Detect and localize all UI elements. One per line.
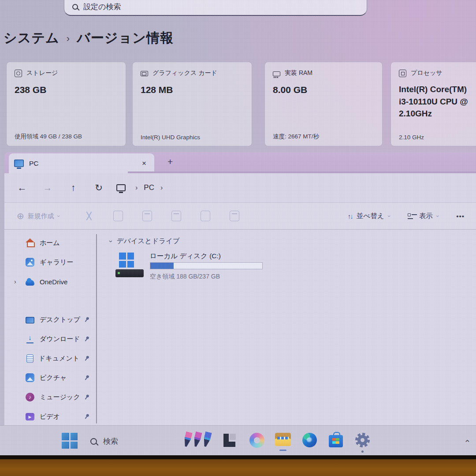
search-icon: [90, 438, 97, 445]
sort-icon: ↑↓: [348, 212, 353, 220]
sidebar-item-videos[interactable]: ▶ ビデオ: [4, 407, 95, 426]
brush-icon: [202, 431, 212, 448]
ram-card-value: 8.00 GB: [273, 83, 374, 97]
paste-icon[interactable]: [142, 211, 152, 221]
local-disk-icon[interactable]: [115, 253, 145, 277]
pin-icon: [83, 413, 90, 420]
processor-card-value: Intel(R) Core(TM) i3-10110U CPU @ 2.10GH…: [399, 83, 474, 120]
explorer-content: › デバイスとドライブ ローカル ディスク (C:) 空き領域 188 GB/2…: [103, 230, 476, 425]
paint-brushes-app-button[interactable]: [184, 432, 210, 447]
storage-card-label: ストレージ: [26, 69, 58, 77]
sidebar-item-onedrive[interactable]: › OneDrive: [4, 272, 95, 291]
home-icon: [26, 238, 34, 247]
view-label: 表示: [419, 212, 433, 221]
sidebar-item-gallery[interactable]: ギャラリー: [4, 253, 95, 272]
settings-search-placeholder: 設定の検索: [83, 2, 121, 12]
explorer-tabstrip: PC × +: [4, 152, 476, 173]
share-icon[interactable]: [201, 211, 210, 221]
storage-card: ストレージ 238 GB 使用領域 49 GB / 238 GB: [6, 62, 126, 146]
breadcrumb-pc[interactable]: PC: [144, 183, 154, 192]
forward-button[interactable]: →: [38, 182, 57, 193]
graphics-card-detail: Intel(R) UHD Graphics: [141, 134, 200, 141]
processor-icon: [399, 70, 406, 77]
new-button-label: 新規作成: [28, 212, 54, 220]
collapse-chevron-icon[interactable]: ›: [108, 240, 115, 242]
sort-button[interactable]: ↑↓ 並べ替え ›: [348, 212, 390, 221]
new-plus-icon: ⊕: [17, 211, 24, 221]
devices-and-drives-header[interactable]: › デバイスとドライブ: [110, 237, 180, 246]
storage-card-detail: 使用領域 49 GB / 238 GB: [15, 133, 82, 141]
sidebar-item-desktop[interactable]: デスクトップ: [4, 310, 95, 329]
ram-card-label: 実装 RAM: [285, 69, 312, 77]
sidebar-item-music[interactable]: ♪ ミュージック: [4, 387, 95, 407]
music-icon: ♪: [26, 393, 34, 402]
sidebar-divider[interactable]: [96, 234, 97, 424]
start-button[interactable]: [62, 433, 78, 449]
copy-icon[interactable]: [113, 211, 123, 221]
file-explorer-button[interactable]: [275, 433, 291, 446]
settings-search-box[interactable]: 設定の検索: [64, 0, 367, 16]
downloads-icon: ↓: [26, 335, 34, 343]
about-spec-cards: ストレージ 238 GB 使用領域 49 GB / 238 GB グラフィックス…: [0, 62, 476, 146]
brush-icon: [182, 431, 193, 448]
windows-logo-icon: [119, 253, 134, 268]
tray-overflow-chevron-icon[interactable]: ›: [462, 440, 472, 443]
chevron-right-icon: ›: [160, 184, 163, 192]
expand-chevron-icon[interactable]: ›: [14, 278, 16, 285]
chevron-down-icon: ›: [55, 215, 62, 217]
pictures-icon: [26, 373, 34, 382]
ram-card: 実装 RAM 8.00 GB 速度: 2667 MT/秒: [264, 62, 383, 146]
drive-name[interactable]: ローカル ディスク (C:): [150, 252, 221, 261]
chevron-down-icon: ›: [386, 215, 392, 217]
explorer-toolbar: ⊕ 新規作成 › ↑↓ 並べ替え ›: [4, 202, 476, 230]
back-button[interactable]: ←: [12, 182, 32, 193]
monitor-bezel: [0, 455, 476, 459]
refresh-button[interactable]: ↻: [89, 182, 108, 193]
pin-icon: [83, 335, 90, 342]
videos-icon: ▶: [26, 413, 34, 420]
sidebar-item-downloads[interactable]: ↓ ダウンロード: [4, 329, 95, 349]
pin-icon: [83, 374, 90, 381]
new-tab-button[interactable]: +: [163, 156, 177, 168]
taskbar-search-label: 検索: [103, 436, 118, 446]
microsoft-store-button[interactable]: [329, 432, 343, 448]
settings-button[interactable]: [355, 433, 370, 447]
view-icon: [408, 213, 415, 219]
storage-icon: [15, 70, 22, 77]
desktop-icon: [26, 317, 34, 324]
tab-close-icon[interactable]: ×: [139, 158, 149, 169]
copilot-button[interactable]: [249, 433, 264, 448]
processor-card-label: プロセッサ: [411, 69, 443, 77]
graphics-card: グラフィックス カード 128 MB Intel(R) UHD Graphics: [132, 62, 252, 146]
pin-icon: [83, 316, 90, 323]
sidebar-item-documents[interactable]: ドキュメント: [4, 349, 95, 368]
new-button[interactable]: ⊕ 新規作成 ›: [17, 211, 60, 221]
sidebar-item-home[interactable]: ホーム: [4, 233, 95, 253]
edge-browser-button[interactable]: [302, 433, 317, 447]
photo-of-screen: 設定の検索 システム › バージョン情報 ストレージ 238 GB 使用領域 4…: [0, 0, 476, 476]
cut-icon[interactable]: [84, 211, 94, 221]
breadcrumb-system[interactable]: システム: [4, 29, 60, 47]
delete-icon[interactable]: [230, 211, 239, 221]
processor-card: プロセッサ Intel(R) Core(TM) i3-10110U CPU @ …: [390, 62, 476, 146]
up-button[interactable]: ↑: [63, 182, 83, 193]
tab-title: PC: [29, 160, 134, 167]
tab-pc[interactable]: PC ×: [9, 153, 154, 173]
more-options-button[interactable]: •••: [456, 212, 465, 220]
section-title: デバイスとドライブ: [117, 237, 180, 246]
documents-icon: [26, 354, 33, 363]
pc-monitor-icon: [14, 160, 24, 167]
ram-card-detail: 速度: 2667 MT/秒: [273, 133, 319, 141]
chevron-right-icon: ›: [135, 184, 138, 192]
sidebar-item-pictures[interactable]: ピクチャ: [4, 368, 95, 387]
sort-label: 並べ替え: [357, 212, 384, 221]
l-app-button[interactable]: [223, 434, 236, 447]
rename-icon[interactable]: [171, 211, 181, 221]
hard-drive-icon: [115, 269, 144, 277]
explorer-body: ホーム ギャラリー › OneDrive デスクトップ: [4, 230, 476, 425]
taskbar-search-button[interactable]: 検索: [90, 436, 118, 446]
windows-screen: 設定の検索 システム › バージョン情報 ストレージ 238 GB 使用領域 4…: [0, 0, 476, 455]
settings-running-indicator: [361, 450, 364, 453]
view-button[interactable]: 表示 ›: [408, 212, 439, 221]
ram-icon: [273, 71, 280, 76]
